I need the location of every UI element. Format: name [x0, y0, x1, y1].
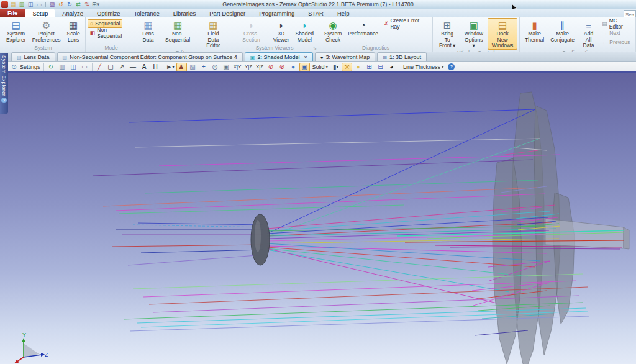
text-height-icon[interactable]: H: [150, 63, 161, 71]
previous-button[interactable]: ←Previous: [599, 38, 632, 47]
settings-label: Settings: [20, 64, 40, 70]
save-icon[interactable]: ◫: [68, 63, 79, 71]
background-swatch-icon[interactable]: ▮▾: [330, 63, 341, 71]
cross-section-button[interactable]: ◗Cross-Section: [232, 18, 270, 43]
save-image-icon[interactable]: ▧: [48, 1, 56, 8]
record-icon[interactable]: ◕: [386, 63, 397, 71]
pan-icon[interactable]: +: [199, 63, 209, 71]
open-file-icon[interactable]: ▥: [18, 1, 25, 8]
fill-frame-icon[interactable]: ▣: [299, 63, 310, 71]
refresh-icon[interactable]: ⇄: [75, 1, 82, 8]
undo-icon[interactable]: ↺: [57, 1, 65, 8]
line-thickness-dropdown[interactable]: Line Thickness▾: [401, 63, 445, 71]
sync-icon[interactable]: ⇅: [83, 1, 91, 8]
menu-tab-tolerance[interactable]: Tolerance: [127, 9, 166, 17]
view-xz-button[interactable]: X|Z: [255, 63, 265, 71]
non-sequential-button[interactable]: ▦Non-Sequential: [157, 18, 199, 43]
system-explorer-collapsed-tab[interactable]: System Explorer ?: [0, 53, 8, 114]
doc-tab-3-wavefront-map[interactable]: ●3: Wavefront Map: [315, 52, 376, 61]
new-file-icon[interactable]: ▤: [9, 1, 17, 8]
globe-icon[interactable]: ●: [288, 63, 299, 71]
shaded-model-viewport[interactable]: YZ: [0, 73, 636, 364]
performance-button[interactable]: ◔Performance: [345, 18, 381, 38]
bring-front-icon: ⊞: [443, 20, 452, 31]
menu-tab-file[interactable]: File: [0, 9, 25, 17]
text-label-icon[interactable]: A: [139, 63, 150, 71]
draw-dash-icon[interactable]: —: [128, 63, 139, 71]
sequential-icon: ○: [90, 20, 93, 27]
viewer-toolbar: ⊙Settings↻▥◫▭╱▢↗—AH►▾♟▧+◎▣X|YY|ZX|Z⊘⊘●▣S…: [0, 62, 636, 73]
button-label: Y|Z: [245, 64, 252, 70]
scale-lens-button[interactable]: ▦Scale Lens: [64, 18, 83, 43]
help-icon[interactable]: ?: [446, 63, 457, 71]
lamp-icon[interactable]: ●: [353, 63, 363, 71]
config-tools-icon[interactable]: ⚒: [342, 63, 352, 71]
menu-tab-analyze[interactable]: Analyze: [55, 9, 90, 17]
settings-chevron-icon[interactable]: ⊙: [9, 63, 19, 71]
system-check-button[interactable]: ◉System Check: [321, 18, 345, 43]
print-icon[interactable]: ▭: [80, 63, 90, 71]
expand-window-icon[interactable]: ⊞: [364, 63, 375, 71]
menu-tab-setup[interactable]: Setup: [25, 9, 55, 17]
button-label: X|Z: [256, 64, 263, 70]
window-menu-icon[interactable]: ⊞▾: [92, 1, 99, 8]
error-ray-icon: ✗: [384, 20, 389, 27]
camera-fly-icon[interactable]: ►▾: [165, 63, 176, 71]
dock-new-windows-button[interactable]: ▤Dock New Windows: [488, 18, 517, 50]
draw-line-icon[interactable]: ╱: [94, 63, 105, 71]
project-preferences-button[interactable]: ⚙Project Preferences: [29, 18, 64, 43]
suppress-frame-icon[interactable]: ⊘: [277, 63, 288, 71]
draw-rectangle-icon[interactable]: ▢: [106, 63, 116, 71]
redo-icon[interactable]: ↻: [66, 1, 73, 8]
snapshot-icon: ▣: [223, 63, 229, 71]
doc-tab-lens-data[interactable]: ▤Lens Data: [11, 52, 55, 61]
view-yz-button[interactable]: Y|Z: [243, 63, 254, 71]
menu-tab-optimize[interactable]: Optimize: [90, 9, 127, 17]
3d-viewer-button[interactable]: ◗3D Viewer: [270, 18, 293, 43]
menu-tab-programming[interactable]: Programming: [252, 9, 301, 17]
non-sequential-button[interactable]: ◧Non-Sequential: [88, 29, 135, 37]
text-height-icon: H: [153, 63, 157, 71]
doc-tab-non-sequential-component-editor-component-group-on-surface-4[interactable]: ▤Non-Sequential Component Editor: Compon…: [57, 52, 243, 61]
print-icon[interactable]: ▭: [35, 1, 43, 8]
app-logo-icon[interactable]: [1, 1, 8, 8]
opacity-dropdown[interactable]: Solid▾: [311, 63, 330, 71]
walkthrough-icon[interactable]: ♟: [176, 63, 187, 71]
draw-arrow-icon[interactable]: ↗: [117, 63, 127, 71]
next-button[interactable]: →Next: [599, 29, 622, 37]
bring-to-front--button[interactable]: ⊞Bring To Front ▾: [435, 18, 460, 50]
add-all-data-button[interactable]: ≡Add All Data: [578, 18, 599, 50]
snapshot-icon[interactable]: ▣: [221, 63, 232, 71]
shaded-model-button[interactable]: ◗Shaded Model: [293, 18, 317, 43]
y-axis-arrow: [22, 338, 25, 342]
button-label: Sequential: [95, 20, 120, 27]
view-xy-button[interactable]: X|Y: [232, 63, 243, 71]
save-icon[interactable]: ◫: [27, 1, 34, 8]
texture-icon[interactable]: ▧: [188, 63, 198, 71]
mc-editor-button[interactable]: ▤MC Editor: [599, 19, 634, 28]
zoom-icon[interactable]: ◎: [210, 63, 220, 71]
menu-tab-part-designer[interactable]: Part Designer: [202, 9, 252, 17]
doc-tab-1-3d-layout[interactable]: ⊟1: 3D Layout: [377, 52, 427, 61]
make-conjugate-button[interactable]: ∥Make Conjugate: [547, 18, 578, 43]
clone-window-icon[interactable]: ⊟: [375, 63, 386, 71]
system-explorer-button[interactable]: ▤System Explorer: [3, 18, 29, 43]
copy-icon[interactable]: ▥: [57, 63, 68, 71]
update-icon[interactable]: ↻: [46, 63, 57, 71]
create-error-ray-button[interactable]: ✗Create Error Ray: [381, 19, 430, 28]
menu-tab-star[interactable]: STAR: [301, 9, 330, 17]
window-options--button[interactable]: ▣Window Options ▾: [460, 18, 488, 50]
button-label: Create Error Ray: [390, 17, 428, 30]
field-data-editor-button[interactable]: ▦Field Data Editor: [199, 18, 229, 50]
group-label: System Viewers↘: [232, 45, 317, 52]
make-thermal-button[interactable]: ▮Make Thermal: [522, 18, 547, 43]
suppress-rays-icon[interactable]: ⊘: [266, 63, 276, 71]
menu-tab-libraries[interactable]: Libraries: [166, 9, 202, 17]
close-tab-icon[interactable]: ×: [304, 54, 307, 60]
doc-tab-2-shaded-model[interactable]: ▣2: Shaded Model×: [245, 52, 313, 61]
menu-tab-help[interactable]: Help: [330, 9, 357, 17]
suppress-rays-icon: ⊘: [268, 63, 273, 71]
ribbon-group-system: ▤System Explorer⚙Project Preferences▦Sca…: [1, 17, 86, 52]
dialog-launcher-icon[interactable]: ↘: [312, 45, 317, 52]
lens-data-button[interactable]: ▦Lens Data: [139, 18, 157, 43]
